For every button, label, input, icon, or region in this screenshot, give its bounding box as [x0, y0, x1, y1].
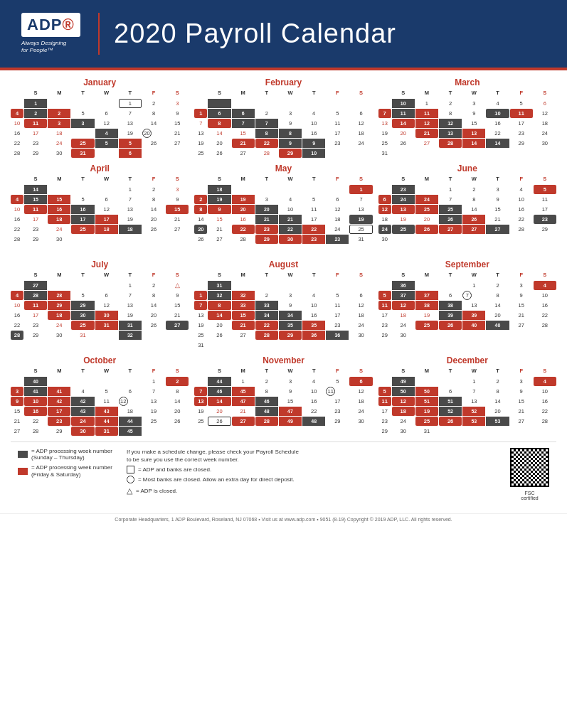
day-header: T	[439, 367, 462, 376]
day-header: W	[462, 367, 485, 376]
month-grid: SMTWTFS181219193456789202010111213141516…	[194, 175, 372, 254]
month-title-june: June	[378, 164, 556, 173]
day-cell: 11	[24, 119, 47, 128]
week-number-left: 1	[24, 99, 47, 108]
week-number-left: 45	[232, 387, 255, 396]
day-header: M	[232, 89, 255, 98]
week-number-right: 33	[232, 301, 255, 310]
week-number-left: 44	[208, 377, 230, 386]
day-header: F	[326, 271, 349, 280]
day-cell: 12	[349, 119, 372, 128]
qr-section: FSCcertified	[510, 448, 549, 500]
day-cell	[415, 235, 438, 244]
day-cell: 27	[232, 149, 255, 158]
day-header: W	[462, 271, 485, 280]
day-cell: 17	[24, 215, 47, 224]
day-cell: 24	[392, 417, 415, 426]
day-cell: 13	[462, 301, 485, 310]
day-cell: 30	[71, 427, 94, 436]
day-cell: 12	[95, 119, 118, 128]
day-cell: 11	[24, 205, 47, 214]
day-header: M	[48, 175, 70, 184]
day-cell: 5	[510, 99, 533, 108]
day-cell	[208, 245, 230, 254]
day-cell: 14	[392, 119, 415, 128]
day-cell: 14	[486, 301, 509, 310]
day-cell: 19	[349, 215, 372, 224]
day-header: T	[255, 367, 278, 376]
day-cell: 9	[279, 301, 302, 310]
day-cell: 5	[326, 109, 349, 118]
week-number-right: 37	[392, 291, 415, 300]
day-cell: 14	[208, 311, 230, 320]
day-cell: 13	[119, 119, 142, 128]
day-cell: 16	[510, 205, 533, 214]
day-cell: 8	[194, 205, 207, 214]
week-number-right: 11	[392, 109, 415, 118]
day-cell: 12	[378, 205, 391, 214]
day-header: S	[349, 89, 372, 98]
week-number-right: 8	[255, 129, 278, 138]
day-cell: 30	[534, 139, 556, 148]
day-cell: 1	[462, 281, 485, 290]
week-number-left: 28	[48, 291, 70, 300]
day-header: F	[510, 271, 533, 280]
day-cell: 26	[142, 225, 165, 234]
day-cell: 17	[326, 397, 349, 406]
day-cell	[279, 281, 302, 290]
day-cell: 23	[24, 139, 47, 148]
week-number-left: 53	[486, 417, 509, 426]
day-cell: 30	[48, 235, 70, 244]
day-cell: 25	[392, 225, 415, 234]
day-header: T	[255, 89, 278, 98]
day-cell: 21	[415, 129, 438, 138]
week-number-left: 34	[279, 311, 302, 320]
day-cell	[462, 427, 485, 436]
week-number-left: 10	[392, 99, 415, 108]
day-cell: 6	[95, 109, 118, 118]
day-cell: 14	[142, 205, 165, 214]
day-header: S	[349, 175, 372, 184]
month-october: OctoberSMTWTFS40123414145678910424211121…	[11, 355, 189, 436]
week-number-left: 33	[255, 301, 278, 310]
day-cell: 20	[142, 311, 165, 320]
day-cell: 20	[208, 321, 230, 330]
day-cell: 17	[326, 129, 349, 138]
day-cell	[255, 281, 278, 290]
day-cell	[302, 99, 325, 108]
red-week-label: = ADP processing week number(Friday & Sa…	[31, 464, 112, 478]
day-cell: 27	[166, 225, 189, 234]
week-number-right: 51	[415, 397, 438, 406]
day-cell: 3	[510, 281, 533, 290]
day-cell: 16	[486, 119, 509, 128]
adp-logo: ADP®	[21, 13, 80, 37]
day-cell	[349, 99, 372, 108]
day-cell: 1	[119, 99, 142, 108]
week-number-left: 37	[415, 291, 438, 300]
week-number-left: 36	[326, 331, 349, 340]
day-cell: 19	[415, 407, 438, 416]
day-header: T	[439, 271, 462, 280]
week-number-right: 16	[48, 205, 70, 214]
day-cell: 23	[510, 129, 533, 138]
day-cell: 23	[378, 417, 391, 426]
week-number-right: 41	[24, 387, 47, 396]
day-cell: 17	[510, 119, 533, 128]
day-cell: 19	[194, 407, 207, 416]
day-cell: 17	[24, 129, 47, 138]
day-cell: 14	[208, 129, 230, 138]
day-cell: 20	[486, 311, 509, 320]
day-cell: 28	[11, 149, 23, 158]
day-header: T	[486, 367, 509, 376]
day-cell: 6	[349, 291, 372, 300]
day-cell: 26	[208, 331, 230, 340]
day-cell: 12	[326, 205, 349, 214]
calendar-row: JanuarySMTWTFS11234225678910113312131415…	[11, 77, 556, 158]
day-cell: 31	[71, 331, 94, 340]
day-cell: 9	[11, 397, 23, 406]
week-number-right: 20	[232, 205, 255, 214]
day-cell: 15	[208, 215, 230, 224]
day-cell: 28	[24, 427, 47, 436]
day-cell	[415, 185, 438, 194]
day-cell: 4	[11, 195, 23, 204]
